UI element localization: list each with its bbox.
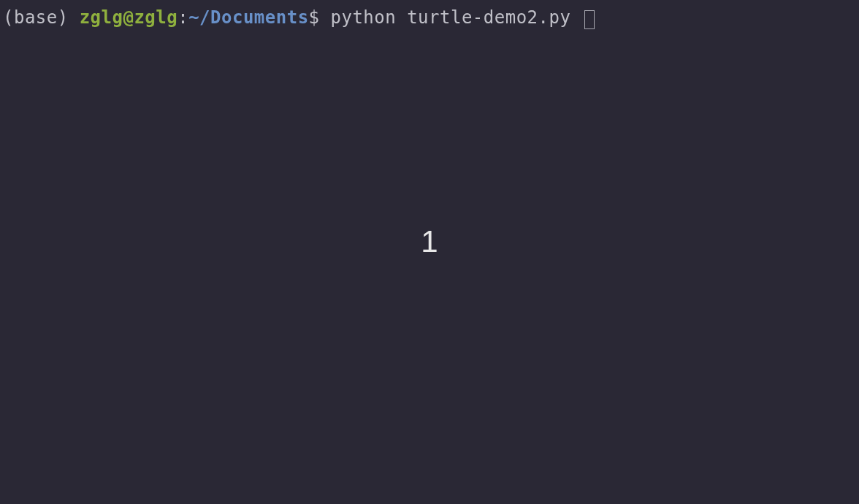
output-number: 1 [421, 221, 438, 264]
terminal-window[interactable]: (base) zglg@zglg:~/Documents$ python tur… [0, 0, 859, 504]
user-host: zglg@zglg [80, 7, 178, 28]
cursor-icon [584, 10, 595, 29]
prompt-colon: : [177, 7, 188, 28]
working-directory: ~/Documents [188, 7, 308, 28]
prompt-line: (base) zglg@zglg:~/Documents$ python tur… [3, 6, 856, 31]
conda-env: (base) [3, 7, 80, 28]
command-text: python turtle-demo2.py [331, 7, 582, 28]
prompt-dollar: $ [309, 7, 331, 28]
